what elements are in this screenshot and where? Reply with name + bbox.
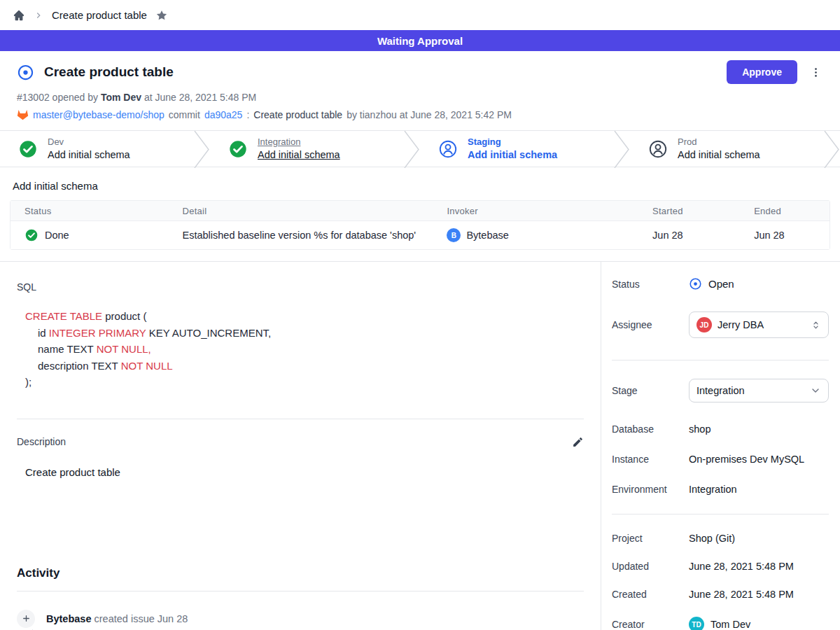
issue-header: Create product table Approve #13002 open… <box>0 51 840 130</box>
stage-task-label: Add initial schema <box>468 148 557 161</box>
environment-label: Environment <box>612 484 689 495</box>
created-label: Created <box>612 589 689 600</box>
issue-sidebar: Status Open Assignee JD Jerry DBA Stage <box>601 262 840 630</box>
stage-dev[interactable]: Dev Add initial schema <box>0 131 193 167</box>
sql-code-block: CREATE TABLE product ( id INTEGER PRIMAR… <box>17 308 584 391</box>
stage-env-label: Integration <box>258 136 340 148</box>
stage-separator <box>613 131 630 167</box>
activity-title: Activity <box>17 566 584 580</box>
assignee-avatar: JD <box>696 317 712 332</box>
col-detail: Detail <box>177 206 442 216</box>
stage-prod[interactable]: Prod Add initial schema <box>630 131 823 167</box>
selector-updown-icon <box>811 320 821 330</box>
task-detail: Established baseline version %s for data… <box>177 230 442 241</box>
environment-value: Integration <box>689 484 737 495</box>
commit-hash-link[interactable]: da90a25 <box>204 109 243 120</box>
description-label: Description <box>17 436 66 447</box>
task-started: Jun 28 <box>647 230 748 241</box>
task-section: Add initial schema Status Detail Invoker… <box>0 180 840 262</box>
assignee-select[interactable]: JD Jerry DBA <box>689 312 829 338</box>
activity-item: Bytebase created issue Jun 28 <box>17 610 584 628</box>
sidebar-divider <box>612 514 829 514</box>
issue-open-icon <box>17 64 34 81</box>
stage-value: Integration <box>696 385 804 396</box>
stage-task-label: Add initial schema <box>678 148 760 161</box>
activity-actor: Bytebase <box>46 613 91 624</box>
stage-env-label: Staging <box>468 136 557 148</box>
gitlab-icon <box>17 109 29 120</box>
edit-pencil-icon[interactable] <box>572 436 584 448</box>
creator-avatar: TD <box>689 617 704 630</box>
database-label: Database <box>612 424 689 435</box>
status-open-icon <box>689 277 702 290</box>
chevron-down-icon <box>810 385 821 396</box>
chevron-right-icon <box>34 10 43 20</box>
stage-separator <box>403 131 420 167</box>
page-title: Create product table <box>44 64 174 80</box>
assignee-label: Assignee <box>612 319 689 330</box>
approve-button[interactable]: Approve <box>727 60 797 84</box>
task-section-title: Add initial schema <box>13 180 830 192</box>
issue-meta: #13002 opened by Tom Dev at June 28, 202… <box>17 92 823 103</box>
stage-env-label: Dev <box>48 136 130 148</box>
task-table-header: Status Detail Invoker Started Ended <box>10 201 830 220</box>
stage-separator <box>823 131 840 167</box>
col-started: Started <box>647 206 748 216</box>
activity-action: created issue Jun 28 <box>94 613 188 624</box>
activity-divider <box>17 591 584 592</box>
stage-env-label: Prod <box>678 136 760 148</box>
creator-label: Creator <box>612 619 689 630</box>
stage-staging[interactable]: Staging Add initial schema <box>420 131 613 167</box>
status-value: Open <box>708 278 734 290</box>
stage-integration[interactable]: Integration Add initial schema <box>210 131 403 167</box>
home-icon[interactable] <box>13 9 25 22</box>
issue-body: SQL CREATE TABLE product ( id INTEGER PR… <box>0 262 601 630</box>
commit-line: master@bytebase-demo/shop commit da90a25… <box>17 109 823 120</box>
sidebar-divider <box>612 360 829 360</box>
created-value: June 28, 2021 5:48 PM <box>689 589 794 600</box>
commit-branch-link[interactable]: master@bytebase-demo/shop <box>33 109 164 120</box>
bookmark-star-icon[interactable] <box>155 9 168 22</box>
updated-value: June 28, 2021 5:48 PM <box>689 561 794 572</box>
pending-approval-icon <box>648 139 668 159</box>
breadcrumb: Create product table <box>0 0 840 30</box>
stage-label: Stage <box>612 385 689 396</box>
project-value: Shop (Git) <box>689 533 735 544</box>
description-content[interactable]: Create product table <box>17 466 584 478</box>
check-circle-icon <box>18 139 38 159</box>
issue-author: Tom Dev <box>101 92 141 103</box>
status-label: Status <box>612 279 689 290</box>
commit-message: Create product table <box>253 109 342 120</box>
section-divider <box>17 419 584 419</box>
stage-select[interactable]: Integration <box>689 379 829 402</box>
updated-label: Updated <box>612 561 689 572</box>
stage-separator <box>193 131 210 167</box>
commit-suffix: by tianzhou at June 28, 2021 5:42 PM <box>346 109 512 120</box>
waiting-approval-banner: Waiting Approval <box>0 30 840 51</box>
invoker-name: Bytebase <box>466 230 508 241</box>
sql-label: SQL <box>17 281 584 293</box>
stage-task-link[interactable]: Add initial schema <box>258 148 340 161</box>
stage-pipeline: Dev Add initial schema Integration Add i… <box>0 130 840 167</box>
activity-section: Activity Bytebase created issue Jun 28 <box>17 566 584 630</box>
col-ended: Ended <box>748 206 830 216</box>
task-ended: Jun 28 <box>748 230 830 241</box>
check-circle-icon <box>228 139 248 159</box>
assignee-value: Jerry DBA <box>718 319 805 330</box>
done-check-icon <box>24 228 38 242</box>
project-label: Project <box>612 533 689 544</box>
task-table: Status Detail Invoker Started Ended Done… <box>10 200 830 250</box>
invoker-avatar: B <box>447 228 461 242</box>
plus-icon <box>17 610 35 628</box>
stage-task-label: Add initial schema <box>48 148 130 161</box>
creator-value: Tom Dev <box>710 619 750 630</box>
database-value: shop <box>689 424 710 435</box>
pending-approval-icon <box>438 139 458 159</box>
kebab-menu-icon[interactable] <box>808 65 823 80</box>
col-invoker: Invoker <box>441 206 647 216</box>
instance-value: On-premises Dev MySQL <box>689 454 804 465</box>
table-row[interactable]: Done Established baseline version %s for… <box>10 220 830 249</box>
col-status: Status <box>10 206 177 216</box>
breadcrumb-current-page: Create product table <box>52 9 147 21</box>
instance-label: Instance <box>612 454 689 465</box>
